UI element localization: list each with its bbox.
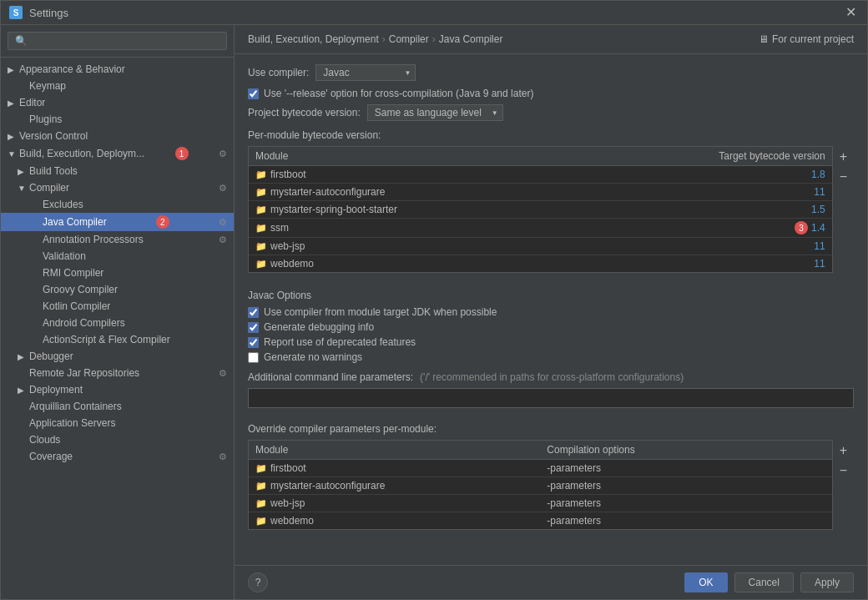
folder-icon: 📁 <box>255 463 267 474</box>
sidebar-item-remote-jar[interactable]: Remote Jar Repositories ⚙ <box>1 365 234 381</box>
expand-icon: ▼ <box>18 184 26 193</box>
expand-icon: ▶ <box>18 352 26 361</box>
sidebar-item-label: Excludes <box>43 199 83 210</box>
module-name: firstboot <box>270 169 306 180</box>
sidebar-item-rmi-compiler[interactable]: RMI Compiler <box>1 265 234 281</box>
javac-checkbox-2[interactable] <box>248 322 259 333</box>
sidebar-item-label: ActionScript & Flex Compiler <box>43 334 170 345</box>
sidebar-item-build-execution[interactable]: ▼ Build, Execution, Deploym... 1 ⚙ <box>1 144 234 163</box>
javac-checkbox-3[interactable] <box>248 337 259 348</box>
sidebar-item-plugins[interactable]: Plugins <box>1 111 234 128</box>
sidebar-item-app-servers[interactable]: Application Servers <box>1 415 234 431</box>
sidebar-item-validation[interactable]: Validation <box>1 248 234 265</box>
sidebar-item-build-tools[interactable]: ▶ Build Tools <box>1 163 234 179</box>
module-cell: 📁 webdemo <box>249 255 699 272</box>
sidebar-item-version-control[interactable]: ▶ Version Control <box>1 128 234 144</box>
sidebar-item-label: Android Compilers <box>43 317 125 329</box>
apply-button[interactable]: Apply <box>800 572 854 592</box>
sidebar-item-kotlin-compiler[interactable]: Kotlin Compiler <box>1 298 234 315</box>
sidebar-item-android-compilers[interactable]: Android Compilers <box>1 315 234 331</box>
module-cell: 📁 web-jsp <box>249 238 699 255</box>
sidebar-item-coverage[interactable]: Coverage ⚙ <box>1 448 234 465</box>
project-bytecode-row: Project bytecode version: Same as langua… <box>248 104 854 121</box>
override-row[interactable]: 📁 web-jsp -parameters <box>249 495 832 512</box>
folder-icon: 📁 <box>255 259 267 270</box>
settings-icon: ⚙ <box>219 217 227 228</box>
override-table-header: Module Compilation options <box>249 441 832 460</box>
table-row[interactable]: 📁 webdemo 11 <box>249 255 832 272</box>
table-row[interactable]: 📁 web-jsp 11 <box>249 238 832 255</box>
sidebar-item-label: Editor <box>19 97 45 108</box>
cross-compilation-checkbox[interactable] <box>248 88 259 99</box>
override-table-actions: + − <box>833 440 854 538</box>
sidebar-item-label: Application Servers <box>29 417 115 429</box>
add-module-button[interactable]: + <box>836 148 850 166</box>
sidebar-item-annotation-processors[interactable]: Annotation Processors ⚙ <box>1 231 234 248</box>
remove-module-button[interactable]: − <box>836 168 850 186</box>
breadcrumb-part1: Build, Execution, Deployment <box>248 33 379 45</box>
for-project-label: For current project <box>772 33 854 45</box>
compiler-dropdown[interactable]: Javac <box>315 64 416 81</box>
folder-icon: 📁 <box>255 241 267 252</box>
search-input[interactable] <box>8 32 227 50</box>
additional-params-input[interactable] <box>248 388 854 408</box>
javac-checkbox-3-label: Report use of deprecated features <box>264 336 416 348</box>
override-row[interactable]: 📁 firstboot -parameters <box>249 460 832 477</box>
version-cell: 11 <box>699 184 832 200</box>
override-label: Override compiler parameters per-module: <box>248 423 854 435</box>
sidebar-item-appearance[interactable]: ▶ Appearance & Behavior <box>1 61 234 78</box>
module-name: web-jsp <box>270 240 305 252</box>
sidebar-item-java-compiler[interactable]: Java Compiler 2 ⚙ <box>1 213 234 231</box>
table-row[interactable]: 📁 firstboot 1.8 <box>249 166 832 184</box>
help-button[interactable]: ? <box>248 572 268 592</box>
sidebar-item-excludes[interactable]: Excludes <box>1 196 234 213</box>
folder-icon: 📁 <box>255 516 267 527</box>
javac-checkbox-1[interactable] <box>248 307 259 318</box>
expand-icon: ▶ <box>18 386 26 395</box>
override-module-cell: 📁 mystarter-autoconfigurare <box>249 477 540 494</box>
project-bytecode-label: Project bytecode version: <box>248 107 361 118</box>
sidebar-item-actionscript[interactable]: ActionScript & Flex Compiler <box>1 331 234 348</box>
sidebar-item-editor[interactable]: ▶ Editor <box>1 94 234 111</box>
for-project: 🖥 For current project <box>759 33 854 45</box>
javac-checkbox-4[interactable] <box>248 352 259 363</box>
javac-checkbox-4-row: Generate no warnings <box>248 351 854 363</box>
override-module-cell: 📁 firstboot <box>249 460 540 476</box>
settings-dialog: S Settings ✕ ▶ Appearance & Behavior Key… <box>0 0 868 600</box>
cancel-button[interactable]: Cancel <box>734 572 794 592</box>
add-override-button[interactable]: + <box>836 441 850 460</box>
ssm-version: 1.4 <box>811 222 825 234</box>
window-title: Settings <box>29 7 68 19</box>
override-module-name: firstboot <box>270 462 306 474</box>
sidebar-item-label: Deployment <box>29 384 83 396</box>
sidebar-item-label: Version Control <box>19 130 88 142</box>
bytecode-dropdown[interactable]: Same as language level <box>367 104 503 121</box>
sidebar-item-label: Java Compiler <box>43 216 107 228</box>
ok-button[interactable]: OK <box>684 572 727 592</box>
override-module-col: Module <box>249 441 540 459</box>
override-row[interactable]: 📁 mystarter-autoconfigurare -parameters <box>249 477 832 495</box>
table-row[interactable]: 📁 mystarter-spring-boot-starter 1.5 <box>249 201 832 219</box>
bytecode-dropdown-wrap: Same as language level <box>367 104 503 121</box>
table-row[interactable]: 📁 mystarter-autoconfigurare 11 <box>249 184 832 201</box>
override-module-name: web-jsp <box>270 497 305 509</box>
module-name: mystarter-spring-boot-starter <box>270 204 397 215</box>
sidebar-item-label: Plugins <box>29 113 62 125</box>
breadcrumb-part2: Compiler <box>389 33 429 45</box>
module-table: Module Target bytecode version 📁 firstbo… <box>248 146 833 273</box>
sidebar-item-compiler[interactable]: ▼ Compiler ⚙ <box>1 179 234 196</box>
sidebar-item-debugger[interactable]: ▶ Debugger <box>1 348 234 365</box>
sidebar-item-clouds[interactable]: Clouds <box>1 431 234 448</box>
settings-content: Use compiler: Javac Use '--release' opti… <box>235 54 867 565</box>
override-row[interactable]: 📁 webdemo -parameters <box>249 512 832 529</box>
sidebar-item-deployment[interactable]: ▶ Deployment <box>1 381 234 398</box>
folder-icon: 📁 <box>255 204 267 215</box>
sidebar-item-arquillian[interactable]: Arquillian Containers <box>1 398 234 415</box>
title-bar-left: S Settings <box>9 6 68 19</box>
sidebar-item-keymap[interactable]: Keymap <box>1 78 234 94</box>
sidebar-item-groovy-compiler[interactable]: Groovy Compiler <box>1 281 234 298</box>
remove-override-button[interactable]: − <box>836 461 850 480</box>
close-button[interactable]: ✕ <box>845 6 859 19</box>
override-options-cell: -parameters <box>540 512 831 529</box>
table-row[interactable]: 📁 ssm 3 1.4 <box>249 219 832 238</box>
